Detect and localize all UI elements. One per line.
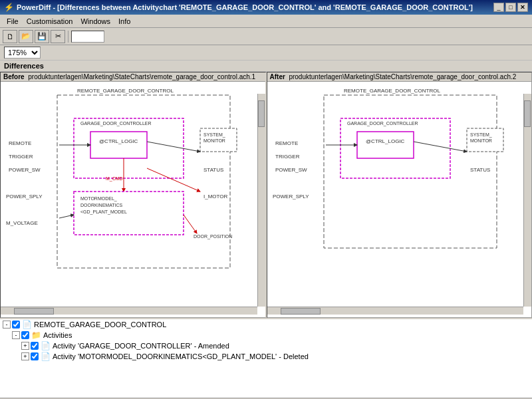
toolbar-open-button[interactable]: 📂: [19, 30, 33, 43]
menu-item-customisation[interactable]: Customisation: [23, 16, 77, 27]
after-path: produktunterlagen\Marketing\StateCharts\…: [289, 73, 516, 80]
svg-text:STATUS: STATUS: [203, 167, 223, 173]
svg-text:REMOTE_GARAGE_DOOR_CONTROL: REMOTE_GARAGE_DOOR_CONTROL: [344, 88, 440, 94]
svg-text:SYSTEM_: SYSTEM_: [470, 132, 492, 138]
tree-activity1-expand[interactable]: +: [21, 342, 29, 350]
tree-icon-root: 📄: [22, 320, 32, 329]
minimize-button[interactable]: _: [493, 3, 504, 12]
differences-label: Differences: [0, 61, 532, 72]
before-panel: Before produktunterlagen\Marketing\State…: [0, 72, 267, 318]
before-v-scrollbar[interactable]: [257, 94, 265, 307]
svg-text:I_MOTOR: I_MOTOR: [203, 194, 228, 200]
tree-activity1-label: Activity 'GARAGE_DOOR_CONTROLLER' - Amen…: [53, 342, 229, 350]
zoom-select[interactable]: 175% 100% 150% 200%: [4, 47, 41, 59]
toolbar-search-input[interactable]: [71, 31, 104, 43]
tree-activity1-item[interactable]: + 📄 Activity 'GARAGE_DOOR_CONTROLLER' - …: [19, 340, 532, 351]
tree-activity2-label: Activity 'MOTORMODEL_DOORKINEMATICS<GD_P…: [53, 352, 309, 360]
toolbar-cut-button[interactable]: ✂: [51, 30, 65, 43]
after-h-scrollbar[interactable]: [267, 307, 524, 315]
tree-icon-activities: 📁: [31, 331, 41, 340]
tree-root-expand[interactable]: -: [3, 321, 11, 329]
menu-bar: File Customisation Windows Info: [0, 15, 532, 28]
menu-item-file[interactable]: File: [3, 16, 23, 27]
before-diagram-svg: REMOTE_GARAGE_DOOR_CONTROL REMOTE TRIGGE…: [1, 82, 253, 288]
before-panel-header: Before produktunterlagen\Marketing\State…: [1, 72, 265, 82]
tree-activities-expand[interactable]: -: [12, 331, 20, 339]
tree-activities-item[interactable]: - 📁 Activities: [9, 330, 532, 340]
before-h-scrollbar[interactable]: [1, 307, 257, 315]
svg-text:SYSTEM_: SYSTEM_: [203, 132, 225, 138]
svg-rect-40: [357, 132, 414, 158]
before-label: Before: [3, 73, 25, 80]
after-panel: After produktunterlagen\Marketing\StateC…: [267, 72, 533, 318]
svg-text:M_VOLTAGE: M_VOLTAGE: [6, 220, 38, 226]
svg-rect-15: [90, 132, 147, 158]
svg-text:@CTRL_LOGIC: @CTRL_LOGIC: [366, 138, 405, 144]
toolbar: 🗋 📂 💾 ✂: [0, 28, 532, 45]
before-canvas[interactable]: REMOTE_GARAGE_DOOR_CONTROL REMOTE TRIGGE…: [1, 82, 265, 315]
tree-activity2-checkbox[interactable]: [31, 352, 39, 360]
after-v-scrollbar[interactable]: [523, 94, 531, 307]
svg-text:DOORKINEMATICS: DOORKINEMATICS: [80, 203, 123, 207]
menu-item-info[interactable]: Info: [114, 16, 134, 27]
svg-text:POWER_SPLY: POWER_SPLY: [6, 194, 43, 200]
svg-text:TRIGGER: TRIGGER: [9, 154, 33, 160]
svg-text:POWER_SPLY: POWER_SPLY: [273, 194, 309, 200]
title-bar: ⚡ PowerDiff - [Differences between Activ…: [0, 0, 532, 15]
restore-button[interactable]: □: [505, 3, 516, 12]
svg-text:REMOTE_GARAGE_DOOR_CONTROL: REMOTE_GARAGE_DOOR_CONTROL: [77, 88, 174, 94]
svg-text:DOOR_POSITION: DOOR_POSITION: [194, 234, 232, 239]
svg-text:STATUS: STATUS: [470, 167, 490, 173]
main-content: Before produktunterlagen\Marketing\State…: [0, 72, 532, 398]
tree-activity2-item[interactable]: + 📄 Activity 'MOTORMODEL_DOORKINEMATICS<…: [19, 351, 532, 362]
title-bar-left: ⚡ PowerDiff - [Differences between Activ…: [4, 3, 473, 12]
zoom-bar: 175% 100% 150% 200%: [0, 45, 532, 61]
svg-text:M_CMD: M_CMD: [106, 176, 123, 182]
after-canvas[interactable]: REMOTE_GARAGE_DOOR_CONTROL REMOTE TRIGGE…: [267, 82, 532, 315]
tree-activity2-expand[interactable]: +: [21, 352, 29, 360]
svg-text:POWER_SW: POWER_SW: [9, 167, 41, 173]
toolbar-new-button[interactable]: 🗋: [3, 30, 17, 43]
after-diagram-svg: REMOTE_GARAGE_DOOR_CONTROL REMOTE TRIGGE…: [267, 82, 520, 288]
after-label: After: [270, 73, 285, 80]
after-v-thumb[interactable]: [524, 100, 531, 127]
svg-text:REMOTE: REMOTE: [9, 140, 31, 146]
svg-text:MOTORMODEL_: MOTORMODEL_: [80, 196, 117, 201]
tree-root-checkbox[interactable]: [12, 321, 20, 329]
svg-text:GARAGE_DOOR_CONTROLLER: GARAGE_DOOR_CONTROLLER: [347, 121, 418, 126]
toolbar-sep-1: [68, 31, 68, 43]
app-icon: ⚡: [4, 3, 14, 12]
svg-text:REMOTE: REMOTE: [275, 140, 298, 146]
tree-root-item[interactable]: - 📄 REMOTE_GARAGE_DOOR_CONTROL: [0, 319, 532, 330]
after-panel-header: After produktunterlagen\Marketing\StateC…: [267, 72, 532, 82]
tree-icon-activity2: 📄: [41, 352, 51, 361]
tree-root-label: REMOTE_GARAGE_DOOR_CONTROL: [34, 321, 166, 329]
svg-text:<GD_PLANT_MODEL: <GD_PLANT_MODEL: [80, 209, 127, 215]
title-bar-controls[interactable]: _ □ ✕: [493, 3, 528, 12]
menu-item-windows[interactable]: Windows: [76, 16, 114, 27]
svg-text:@CTRL_LOGIC: @CTRL_LOGIC: [99, 138, 138, 144]
before-path: produktunterlagen\Marketing\StateCharts\…: [28, 73, 255, 80]
svg-text:MONITOR: MONITOR: [470, 138, 492, 143]
toolbar-save-button[interactable]: 💾: [35, 30, 49, 43]
tree-icon-activity1: 📄: [41, 341, 51, 350]
tree-activities-checkbox[interactable]: [21, 331, 29, 339]
tree-activity1-checkbox[interactable]: [31, 342, 39, 350]
after-h-thumb[interactable]: [281, 308, 321, 315]
tree-activities-label: Activities: [43, 331, 72, 339]
diagram-row: Before produktunterlagen\Marketing\State…: [0, 72, 532, 318]
before-h-thumb[interactable]: [14, 308, 54, 315]
svg-text:GARAGE_DOOR_CONTROLLER: GARAGE_DOOR_CONTROLLER: [80, 121, 152, 126]
close-button[interactable]: ✕: [517, 3, 528, 12]
window-title: PowerDiff - [Differences between Activit…: [17, 3, 473, 11]
before-v-thumb[interactable]: [258, 100, 265, 127]
svg-text:TRIGGER: TRIGGER: [275, 154, 300, 160]
tree-panel: - 📄 REMOTE_GARAGE_DOOR_CONTROL - 📁 Activ…: [0, 318, 532, 398]
svg-text:MONITOR: MONITOR: [203, 138, 225, 143]
svg-text:POWER_SW: POWER_SW: [275, 167, 307, 173]
